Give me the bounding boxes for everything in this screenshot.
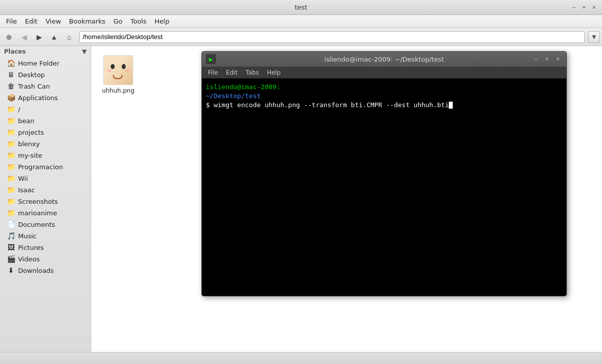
terminal-close-button[interactable]: × [553, 55, 562, 64]
sidebar-item-programacion[interactable]: 📁 Programacion [1, 161, 90, 172]
close-button[interactable]: × [590, 4, 598, 12]
sidebar-root-label: / [18, 106, 20, 113]
sidebar-item-trash[interactable]: 🗑 Trash Can [1, 81, 90, 92]
sidebar-item-bean[interactable]: 📁 bean [1, 115, 90, 126]
menu-view[interactable]: View [42, 17, 65, 26]
sidebar-toggle-icon[interactable]: ▼ [82, 48, 87, 55]
home-button[interactable]: ⌂ [62, 30, 76, 44]
sidebar-documents-label: Documents [18, 221, 55, 228]
sidebar-item-music[interactable]: 🎵 Music [1, 230, 90, 241]
menu-help[interactable]: Help [151, 17, 174, 26]
terminal-path-line: ~/Desktop/test [206, 92, 562, 101]
status-bar [0, 352, 602, 364]
sidebar-applications-label: Applications [18, 94, 58, 102]
desktop-icon: 🖥 [7, 71, 15, 79]
terminal-menu-edit[interactable]: Edit [222, 68, 241, 77]
sidebar-item-screenshots[interactable]: 📁 Screenshots [1, 196, 90, 207]
terminal-title-bar: ▶ isliendo@imac-2009: ~/Desktop/test − +… [202, 52, 566, 67]
terminal-window: ▶ isliendo@imac-2009: ~/Desktop/test − +… [201, 51, 567, 296]
terminal-menu-bar: File Edit Tabs Help [202, 67, 566, 79]
home-icon: 🏠 [7, 59, 15, 67]
sidebar-programacion-label: Programacion [18, 163, 63, 171]
sidebar-screenshots-label: Screenshots [18, 198, 58, 205]
location-bar[interactable] [79, 31, 585, 43]
new-tab-button[interactable]: ⊕ [2, 30, 16, 44]
trash-icon: 🗑 [7, 82, 15, 90]
terminal-body[interactable]: isliendo@imac-2009: ~/Desktop/test $ wim… [202, 79, 566, 296]
my-site-icon: 📁 [7, 151, 15, 159]
mouth [113, 75, 123, 79]
wii-icon: 📁 [7, 174, 15, 182]
bean-icon: 📁 [7, 117, 15, 125]
terminal-app-icon: ▶ [206, 54, 216, 64]
title-bar: test − + × [0, 0, 602, 15]
downloads-icon: ⬇ [7, 266, 15, 274]
sidebar-section-places: Places ▼ [0, 46, 91, 57]
location-dropdown-button[interactable]: ▼ [588, 31, 600, 43]
back-button[interactable]: ◀ [17, 30, 31, 44]
terminal-user: isliendo@imac-2009: [206, 83, 280, 91]
videos-icon: 🎬 [7, 255, 15, 263]
sidebar-item-videos[interactable]: 🎬 Videos [1, 253, 90, 264]
maximize-button[interactable]: + [580, 4, 588, 12]
file-name-uhhuh: uhhuh.png [100, 87, 136, 94]
sidebar-item-applications[interactable]: 📦 Applications [1, 92, 90, 103]
cheek-right [125, 69, 130, 72]
sidebar-item-blenxy[interactable]: 📁 blenxy [1, 138, 90, 149]
sidebar-item-isaac[interactable]: 📁 Isaac [1, 184, 90, 195]
sidebar-music-label: Music [18, 232, 37, 240]
marioanime-icon: 📁 [7, 209, 15, 217]
main-area: Places ▼ 🏠 Home Folder 🖥 Desktop 🗑 Trash… [0, 46, 602, 352]
terminal-menu-file[interactable]: File [204, 68, 222, 77]
sidebar-item-desktop[interactable]: 🖥 Desktop [1, 69, 90, 80]
documents-icon: 📄 [7, 220, 15, 228]
projects-icon: 📁 [7, 128, 15, 136]
sidebar-item-my-site[interactable]: 📁 my-site [1, 150, 90, 161]
blenxy-icon: 📁 [7, 140, 15, 148]
window-controls: − + × [570, 4, 598, 12]
terminal-prompt-line: isliendo@imac-2009: [206, 83, 562, 92]
file-uhhuh[interactable]: uhhuh.png [98, 53, 138, 96]
menu-tools[interactable]: Tools [126, 17, 150, 26]
sidebar-item-marioanime[interactable]: 📁 marioanime [1, 207, 90, 218]
sidebar-videos-label: Videos [18, 255, 40, 263]
terminal-maximize-button[interactable]: + [542, 55, 551, 64]
menu-go[interactable]: Go [109, 17, 126, 26]
terminal-menu-tabs[interactable]: Tabs [241, 68, 263, 77]
window-title: test [295, 4, 308, 11]
root-icon: 📁 [7, 105, 15, 113]
forward-button[interactable]: ▶ [32, 30, 46, 44]
terminal-command: $ wimgt encode uhhuh.png --transform bti… [206, 101, 449, 109]
sidebar-item-home[interactable]: 🏠 Home Folder [1, 58, 90, 69]
menu-edit[interactable]: Edit [21, 17, 42, 26]
terminal-controls: − + × [531, 55, 562, 64]
parent-folder-button[interactable]: ▲ [47, 30, 61, 44]
terminal-path: ~/Desktop/test [206, 92, 261, 100]
minimize-button[interactable]: − [570, 4, 578, 12]
sidebar-item-root[interactable]: 📁 / [1, 104, 90, 115]
file-area: uhhuh.png ▶ isliendo@imac-2009: ~/Deskto… [91, 46, 602, 352]
menu-file[interactable]: File [2, 17, 21, 26]
sidebar-isaac-label: Isaac [18, 186, 35, 194]
sidebar-item-wii[interactable]: 📁 Wii [1, 173, 90, 184]
sidebar: Places ▼ 🏠 Home Folder 🖥 Desktop 🗑 Trash… [0, 46, 91, 352]
sidebar-section-label: Places [4, 48, 26, 55]
music-icon: 🎵 [7, 232, 15, 240]
sidebar-item-downloads[interactable]: ⬇ Downloads [1, 265, 90, 276]
toolbar: ⊕ ◀ ▶ ▲ ⌂ ▼ [0, 28, 602, 46]
terminal-command-line: $ wimgt encode uhhuh.png --transform bti… [206, 101, 562, 110]
eye-right [122, 64, 126, 69]
sidebar-my-site-label: my-site [18, 152, 42, 159]
terminal-minimize-button[interactable]: − [531, 55, 540, 64]
sidebar-item-pictures[interactable]: 🖼 Pictures [1, 242, 90, 253]
cheek-left [107, 69, 112, 72]
eye-left [111, 64, 115, 69]
terminal-menu-help[interactable]: Help [263, 68, 284, 77]
sidebar-item-projects[interactable]: 📁 projects [1, 127, 90, 138]
file-thumbnail-uhhuh [103, 55, 133, 85]
sidebar-blenxy-label: blenxy [18, 140, 40, 148]
sidebar-pictures-label: Pictures [18, 244, 44, 251]
sidebar-item-documents[interactable]: 📄 Documents [1, 219, 90, 230]
menu-bookmarks[interactable]: Bookmarks [65, 17, 110, 26]
terminal-title-text: isliendo@imac-2009: ~/Desktop/test [325, 56, 444, 63]
